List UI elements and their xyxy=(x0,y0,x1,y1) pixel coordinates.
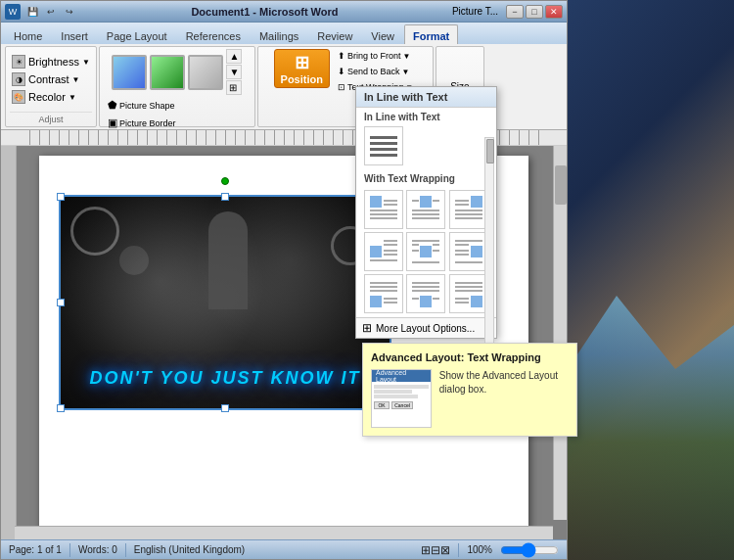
ribbon-tab-bar: Home Insert Page Layout References Maili… xyxy=(1,23,567,44)
pos-top-right[interactable] xyxy=(449,190,488,229)
window-title: Document1 - Microsoft Word xyxy=(77,6,452,18)
pic-styles-more[interactable]: ⊞ xyxy=(226,80,242,95)
title-bar: W 💾 ↩ ↪ Document1 - Microsoft Word Pictu… xyxy=(1,1,567,23)
svg-rect-40 xyxy=(455,261,482,263)
tab-references[interactable]: References xyxy=(177,24,250,44)
pos-mid-left[interactable] xyxy=(364,232,403,271)
pos-bot-right[interactable] xyxy=(449,274,488,313)
handle-bottom-left[interactable] xyxy=(57,404,65,412)
recolor-icon: 🎨 xyxy=(12,90,25,104)
deco-circle-1 xyxy=(70,207,119,256)
popup-scroll-thumb[interactable] xyxy=(486,139,494,163)
popup-scrollbar[interactable]: ▲ ▼ xyxy=(484,137,494,372)
language-info: English (United Kingdom) xyxy=(134,544,245,555)
pos-bot-center[interactable] xyxy=(406,274,445,313)
tab-insert[interactable]: Insert xyxy=(52,24,97,44)
position-button[interactable]: ⊞ Position xyxy=(274,49,330,88)
minimize-button[interactable]: − xyxy=(506,5,524,19)
handle-bottom-middle[interactable] xyxy=(221,404,229,412)
recolor-button[interactable]: 🎨 Recolor ▼ xyxy=(10,89,78,105)
tooltip-description: Show the Advanced Layout dialog box. xyxy=(439,369,569,397)
restore-button[interactable]: □ xyxy=(526,5,543,19)
tab-format[interactable]: Format xyxy=(404,24,458,44)
pos-bot-left[interactable] xyxy=(364,274,403,313)
svg-rect-7 xyxy=(370,210,397,211)
svg-rect-11 xyxy=(412,200,419,202)
svg-rect-10 xyxy=(420,196,432,208)
contrast-label: Contrast xyxy=(28,73,69,85)
rotate-handle[interactable] xyxy=(221,177,229,185)
handle-top-middle[interactable] xyxy=(221,193,229,201)
pos-top-center[interactable] xyxy=(406,190,445,229)
picture-shape-button[interactable]: ⬟ Picture Shape xyxy=(104,97,251,114)
selected-image[interactable]: DON'T YOU JUST KNOW IT xyxy=(59,195,391,410)
svg-rect-3 xyxy=(370,154,397,157)
picture-border-icon: ▣ xyxy=(108,117,117,129)
picture-border-button[interactable]: ▣ Picture Border xyxy=(104,115,251,130)
app-icon: W xyxy=(5,4,21,20)
svg-rect-35 xyxy=(471,246,482,257)
svg-rect-29 xyxy=(412,240,439,242)
contrast-arrow: ▼ xyxy=(72,75,80,84)
svg-rect-14 xyxy=(412,213,439,215)
contrast-button[interactable]: ◑ Contrast ▼ xyxy=(10,71,82,87)
status-sep-3 xyxy=(458,543,459,557)
pic-style-2[interactable] xyxy=(150,55,185,90)
pic-style-1[interactable] xyxy=(112,55,147,90)
pos-mid-right[interactable] xyxy=(449,232,488,271)
tab-view[interactable]: View xyxy=(362,24,403,44)
deco-circle-3 xyxy=(119,246,149,275)
send-to-back-button[interactable]: ⬇ Send to Back ▼ xyxy=(334,65,417,78)
recolor-label: Recolor xyxy=(28,91,66,103)
svg-rect-4 xyxy=(370,196,382,208)
tab-page-layout[interactable]: Page Layout xyxy=(98,24,176,44)
svg-rect-37 xyxy=(455,244,469,246)
handle-top-left[interactable] xyxy=(57,193,65,201)
svg-rect-21 xyxy=(455,217,482,219)
svg-rect-38 xyxy=(455,250,469,252)
pic-style-3[interactable] xyxy=(188,55,223,90)
qa-redo[interactable]: ↪ xyxy=(62,5,77,19)
vertical-scrollbar[interactable] xyxy=(553,146,567,520)
pic-styles-down[interactable]: ▼ xyxy=(226,65,242,79)
qa-save[interactable]: 💾 xyxy=(24,5,40,19)
status-sep-2 xyxy=(125,543,126,557)
svg-rect-25 xyxy=(384,250,397,252)
svg-rect-56 xyxy=(455,290,482,292)
pos-top-left[interactable] xyxy=(364,190,403,229)
close-button[interactable]: ✕ xyxy=(545,5,563,19)
svg-rect-50 xyxy=(412,290,439,292)
horizontal-scrollbar[interactable] xyxy=(15,526,553,539)
svg-rect-53 xyxy=(471,296,482,307)
scroll-thumb[interactable] xyxy=(555,165,567,205)
tab-review[interactable]: Review xyxy=(308,24,361,44)
bring-to-front-button[interactable]: ⬆ Bring to Front ▼ xyxy=(334,49,417,63)
tab-mailings[interactable]: Mailings xyxy=(251,24,307,44)
svg-rect-44 xyxy=(370,290,397,292)
brightness-label: Brightness xyxy=(28,56,79,68)
brightness-icon: ☀ xyxy=(12,55,25,69)
page-info: Page: 1 of 1 xyxy=(9,544,62,555)
tooltip-title: Advanced Layout: Text Wrapping xyxy=(371,351,569,363)
tab-home[interactable]: Home xyxy=(5,24,51,44)
svg-rect-55 xyxy=(455,286,482,288)
popup-section-inline: In Line with Text xyxy=(356,108,496,124)
svg-rect-54 xyxy=(455,282,482,284)
position-inline[interactable] xyxy=(364,126,403,165)
qa-undo[interactable]: ↩ xyxy=(43,5,59,19)
brightness-button[interactable]: ☀ Brightness ▼ xyxy=(10,54,92,70)
zoom-slider[interactable] xyxy=(500,545,559,555)
view-icons[interactable]: ⊞⊟⊠ xyxy=(421,543,450,557)
more-layout-options-button[interactable]: ⊞ More Layout Options... xyxy=(356,317,496,338)
contrast-icon: ◑ xyxy=(12,72,25,86)
pos-mid-center[interactable] xyxy=(406,232,445,271)
handle-middle-left[interactable] xyxy=(57,299,65,306)
svg-rect-20 xyxy=(455,213,482,215)
pic-styles-up[interactable]: ▲ xyxy=(226,49,242,64)
text-wrap-icon: ⊡ xyxy=(338,82,345,92)
svg-rect-30 xyxy=(412,244,419,246)
svg-rect-18 xyxy=(455,204,469,206)
svg-rect-47 xyxy=(420,296,432,307)
picture-styles-group: ▲ ▼ ⊞ ⬟ Picture Shape ▣ Picture Border ✨… xyxy=(99,46,255,127)
adjust-group: ☀ Brightness ▼ ◑ Contrast ▼ 🎨 Recolor ▼ … xyxy=(5,46,97,127)
